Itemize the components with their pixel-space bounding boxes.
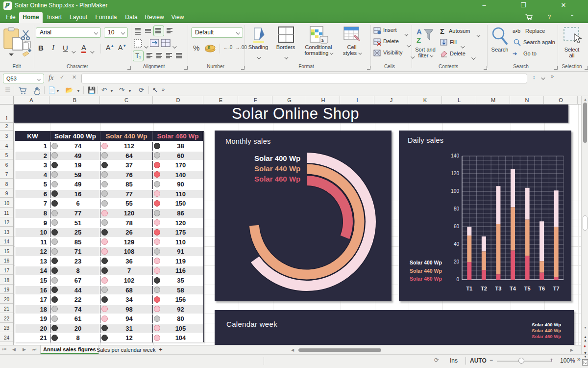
svg-text:120: 120	[451, 171, 459, 176]
svg-text:T3: T3	[495, 286, 501, 291]
svg-text:T1: T1	[466, 286, 472, 291]
svg-text:80: 80	[454, 206, 460, 211]
svg-text:Z: Z	[416, 36, 421, 44]
svg-text:100: 100	[451, 188, 459, 194]
svg-text:T6: T6	[539, 286, 545, 291]
svg-text:60: 60	[454, 224, 460, 229]
svg-text:40: 40	[454, 241, 460, 247]
svg-text:A: A	[416, 27, 422, 36]
svg-text:T7: T7	[553, 286, 560, 291]
svg-text:T4: T4	[510, 286, 516, 291]
svg-text:T5: T5	[524, 286, 531, 291]
svg-text:140: 140	[451, 153, 459, 158]
svg-text:0: 0	[456, 277, 459, 282]
svg-text:20: 20	[454, 259, 460, 264]
svg-text:$: $	[208, 45, 210, 50]
svg-text:T2: T2	[481, 286, 487, 291]
svg-text:≥: ≥	[321, 38, 324, 43]
